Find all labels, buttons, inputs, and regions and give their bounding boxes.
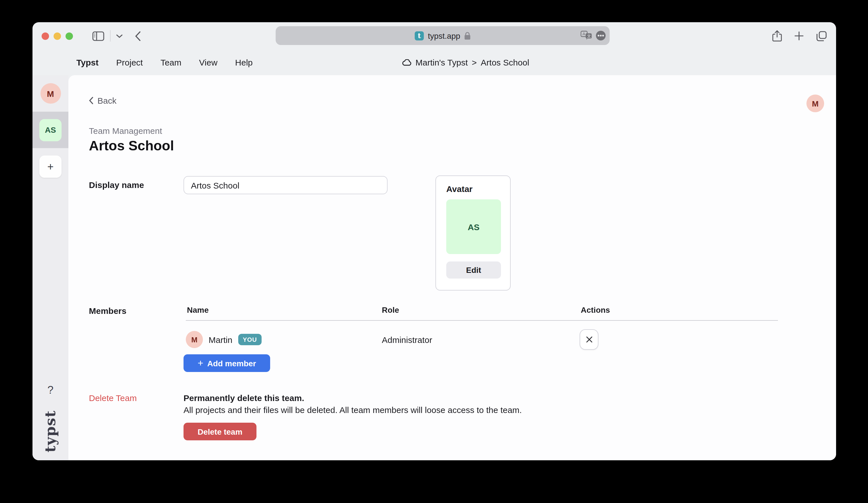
- breadcrumb-separator: >: [472, 57, 477, 67]
- content-area: M AS + ? typst Back M Team Manage: [32, 75, 836, 460]
- address-bar-buttons: A 文: [580, 26, 606, 45]
- screen: t typst.app A: [0, 0, 868, 503]
- add-team-button[interactable]: +: [39, 156, 62, 178]
- typst-logo: typst: [42, 410, 59, 452]
- members-label: Members: [89, 306, 126, 316]
- team-avatar-preview: AS: [446, 199, 501, 254]
- members-table: Name Role Actions M Martin YOU Administr…: [186, 305, 778, 357]
- delete-warning-body: All projects and their files will be del…: [184, 405, 522, 415]
- breadcrumb-team[interactable]: Artos School: [481, 57, 529, 67]
- member-avatar: M: [186, 331, 203, 348]
- svg-text:A: A: [582, 31, 585, 36]
- traffic-lights: [42, 32, 73, 40]
- browser-window: t typst.app A: [32, 22, 836, 460]
- new-tab-icon[interactable]: [795, 31, 804, 40]
- tab-overview-icon[interactable]: [816, 31, 827, 41]
- delete-team-button[interactable]: Delete team: [184, 423, 257, 440]
- address-bar[interactable]: t typst.app A: [276, 26, 610, 45]
- back-label: Back: [97, 96, 116, 105]
- svg-text:文: 文: [587, 34, 591, 38]
- sidebar-item-artos-school[interactable]: AS: [32, 112, 69, 148]
- toolbar-separator: [110, 30, 111, 42]
- more-options-icon[interactable]: [596, 31, 606, 40]
- toolbar-nav-group: [92, 30, 141, 42]
- table-row: M Martin YOU Administrator: [186, 321, 778, 357]
- remove-member-button[interactable]: [580, 329, 598, 350]
- translate-icon[interactable]: A 文: [580, 31, 592, 40]
- menu-items: Typst Project Team View Help: [76, 57, 253, 67]
- column-name: Name: [187, 305, 209, 314]
- add-member-button[interactable]: + Add member: [184, 354, 270, 372]
- avatar-card: Avatar AS Edit: [435, 176, 511, 291]
- column-actions: Actions: [581, 305, 610, 314]
- section-label: Team Management: [89, 126, 162, 136]
- team-management-panel: Back M Team Management Artos School Disp…: [69, 75, 836, 460]
- member-role: Administrator: [382, 335, 432, 345]
- minimize-window-button[interactable]: [54, 32, 61, 40]
- member-name: Martin: [209, 335, 232, 345]
- edit-avatar-button[interactable]: Edit: [446, 261, 501, 279]
- share-icon[interactable]: [772, 30, 782, 42]
- display-name-label: Display name: [89, 180, 144, 190]
- back-link[interactable]: Back: [89, 96, 116, 105]
- you-badge: YOU: [238, 334, 261, 345]
- add-member-label: Add member: [207, 359, 256, 368]
- breadcrumb-workspace[interactable]: Martin's Typst: [415, 57, 468, 67]
- toolbar-right-group: [772, 30, 827, 42]
- menu-help[interactable]: Help: [235, 57, 253, 67]
- delete-warning-title: Permanently delete this team.: [184, 393, 304, 403]
- chevron-down-icon[interactable]: [116, 34, 123, 38]
- display-name-input[interactable]: [184, 176, 388, 194]
- sidebar-toggle-icon[interactable]: [92, 31, 104, 41]
- lock-icon: [464, 32, 471, 40]
- page-title: Artos School: [89, 138, 174, 154]
- plus-icon: +: [197, 358, 203, 368]
- browser-toolbar: t typst.app A: [32, 22, 836, 50]
- column-role: Role: [382, 305, 399, 314]
- menu-typst[interactable]: Typst: [76, 57, 99, 67]
- team-sidebar: M AS + ? typst: [32, 75, 69, 460]
- user-avatar: M: [40, 83, 61, 104]
- sidebar-item-personal[interactable]: M: [32, 75, 69, 112]
- delete-team-label: Delete Team: [89, 393, 137, 403]
- account-avatar[interactable]: M: [806, 95, 824, 112]
- url-text: typst.app: [428, 31, 460, 40]
- address-bar-content: t typst.app: [415, 31, 471, 40]
- app-menubar: Typst Project Team View Help Martin's Ty…: [32, 50, 836, 75]
- zoom-window-button[interactable]: [65, 32, 73, 40]
- typst-favicon: t: [415, 31, 424, 40]
- members-table-header: Name Role Actions: [186, 305, 778, 317]
- menu-team[interactable]: Team: [161, 57, 181, 67]
- close-window-button[interactable]: [42, 32, 49, 40]
- menu-project[interactable]: Project: [116, 57, 143, 67]
- team-avatar: AS: [39, 119, 62, 141]
- breadcrumb: Martin's Typst > Artos School: [402, 50, 529, 75]
- menu-view[interactable]: View: [199, 57, 218, 67]
- avatar-card-title: Avatar: [446, 184, 500, 194]
- back-nav-icon[interactable]: [135, 31, 141, 41]
- help-button[interactable]: ?: [47, 384, 53, 397]
- cloud-icon: [402, 59, 412, 66]
